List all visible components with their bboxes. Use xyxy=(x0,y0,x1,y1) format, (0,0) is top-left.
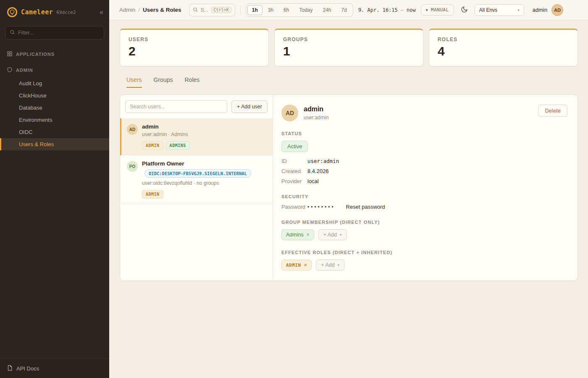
range-today[interactable]: Today xyxy=(294,5,317,15)
role-badge: ADMIN xyxy=(142,190,163,199)
env-selected-value: All Envs xyxy=(479,7,497,13)
stat-value: 2 xyxy=(129,44,260,58)
avatar: AD xyxy=(551,4,563,16)
field-value: local xyxy=(307,178,319,184)
sidebar-filter[interactable] xyxy=(5,26,104,39)
range-1h[interactable]: 1h xyxy=(247,5,262,15)
detail-user-id: user:admin xyxy=(304,115,328,121)
role-chips: ADMIN × + Add ▾ xyxy=(281,260,567,270)
field-label: Created xyxy=(281,168,307,174)
tab-groups[interactable]: Groups xyxy=(154,76,173,88)
avatar: AD xyxy=(281,105,298,121)
breadcrumb-separator: / xyxy=(138,7,140,13)
range-6h[interactable]: 6h xyxy=(279,5,294,15)
remove-icon[interactable]: × xyxy=(307,232,310,238)
avatar: AD xyxy=(127,124,138,135)
range-7d[interactable]: 7d xyxy=(337,5,352,15)
chip-label: ADMIN xyxy=(286,262,301,268)
tab-roles[interactable]: Roles xyxy=(184,76,200,88)
sidebar-item-clickhouse[interactable]: ClickHouse xyxy=(0,89,109,102)
sidebar-collapse-icon[interactable]: « xyxy=(100,9,103,16)
chevron-down-icon: ▾ xyxy=(517,8,520,12)
reset-password-link[interactable]: Reset password xyxy=(346,204,385,210)
section-label: APPLICATIONS xyxy=(16,52,55,57)
field-label: Provider xyxy=(281,178,307,184)
user-item-body: admin user:admin · Admins ADMIN ADMINS xyxy=(142,123,190,150)
group-chip-admins[interactable]: Admins × xyxy=(281,229,314,240)
remove-icon[interactable]: × xyxy=(304,262,307,268)
search-icon xyxy=(10,29,15,37)
sidebar-filter-input[interactable] xyxy=(18,30,100,36)
add-role-button[interactable]: + Add ▾ xyxy=(316,260,344,270)
stat-value: 1 xyxy=(283,44,415,58)
build-id: 69dcce2 xyxy=(56,10,76,15)
document-icon xyxy=(7,365,13,372)
sidebar-item-oidc[interactable]: OIDC xyxy=(0,126,109,138)
avatar: PO xyxy=(127,161,138,172)
role-chip-admin[interactable]: ADMIN × xyxy=(281,260,312,270)
section-label: ADMIN xyxy=(16,68,33,73)
list-item-admin[interactable]: AD admin user:admin · Admins ADMIN ADMIN… xyxy=(120,118,273,155)
dark-mode-toggle[interactable] xyxy=(459,4,470,16)
main-column: Admin / Users & Roles S... Ctrl+K 1h 3h … xyxy=(109,0,588,378)
logo-icon xyxy=(7,7,18,18)
sidebar-item-users-roles[interactable]: Users & Roles xyxy=(0,138,109,150)
refresh-mode-label: MANUAL xyxy=(431,7,449,13)
field-value: user:admin xyxy=(307,158,339,164)
user-meta: user:admin · Admins xyxy=(142,131,190,137)
add-user-button[interactable]: + Add user xyxy=(231,100,268,113)
security-heading: SECURITY xyxy=(281,194,567,199)
topbar: Admin / Users & Roles S... Ctrl+K 1h 3h … xyxy=(109,0,588,20)
sidebar-section-applications[interactable]: APPLICATIONS xyxy=(0,47,109,61)
stats-row: USERS 2 GROUPS 1 ROLES 4 xyxy=(120,29,578,66)
tab-users[interactable]: Users xyxy=(126,76,142,88)
user-list-toolbar: + Add user xyxy=(120,95,273,118)
field-value: 8.4.2026 xyxy=(307,168,329,174)
shortcut-badge: Ctrl+K xyxy=(211,7,231,13)
stat-label: ROLES xyxy=(438,37,569,42)
delete-user-button[interactable]: Delete xyxy=(538,105,567,117)
time-to: now xyxy=(407,7,416,13)
stat-card-roles: ROLES 4 xyxy=(429,29,578,66)
detail-fields: ID user:admin Created 8.4.2026 Provider … xyxy=(281,158,567,184)
time-separator: — xyxy=(401,7,404,13)
chevron-down-icon: ▾ xyxy=(338,263,340,267)
env-selector[interactable]: All Envs ▾ xyxy=(475,4,524,16)
stat-value: 4 xyxy=(438,44,569,58)
field-created: Created 8.4.2026 xyxy=(281,168,567,174)
sidebar-nav: APPLICATIONS ADMIN Audit Log ClickHouse … xyxy=(0,45,109,359)
refresh-mode-button[interactable]: ● MANUAL xyxy=(421,4,454,16)
sidebar-item-database[interactable]: Database xyxy=(0,102,109,114)
user-list: + Add user AD admin user:admin · Admins … xyxy=(120,95,273,281)
range-24h[interactable]: 24h xyxy=(318,5,336,15)
shield-icon xyxy=(7,67,13,74)
sidebar-item-audit-log[interactable]: Audit Log xyxy=(0,77,109,89)
oidc-badge: OIDC:DESKTOP-FB5VGJ9.SIEGELN.INTERNAL xyxy=(144,169,251,178)
logo[interactable]: Cameleer 69dcce2 « xyxy=(0,0,109,24)
field-provider: Provider local xyxy=(281,178,567,184)
api-docs-link[interactable]: API Docs xyxy=(0,359,109,378)
password-mask: •••••••• xyxy=(307,204,335,210)
sidebar-section-admin[interactable]: ADMIN xyxy=(0,63,109,77)
role-badge: ADMIN xyxy=(142,141,163,150)
time-range-display[interactable]: 9. Apr. 16:15 — now xyxy=(358,7,416,13)
user-item-body: Platform Owner OIDC:DESKTOP-FB5VGJ9.SIEG… xyxy=(142,160,251,199)
detail-header: AD admin user:admin Delete xyxy=(281,105,567,121)
global-search[interactable]: S... Ctrl+K xyxy=(189,4,235,16)
add-group-button[interactable]: + Add ▾ xyxy=(318,229,347,240)
stat-card-users: USERS 2 xyxy=(120,29,269,66)
range-3h[interactable]: 3h xyxy=(263,5,278,15)
search-users-input[interactable] xyxy=(125,100,227,113)
breadcrumb-admin[interactable]: Admin xyxy=(119,7,135,13)
sidebar-item-environments[interactable]: Environments xyxy=(0,114,109,126)
users-panel: + Add user AD admin user:admin · Admins … xyxy=(120,94,578,281)
divider xyxy=(240,5,241,15)
user-menu[interactable]: admin AD xyxy=(533,4,563,16)
grid-icon xyxy=(7,51,13,58)
app-title: Cameleer xyxy=(21,8,53,16)
breadcrumb: Admin / Users & Roles xyxy=(119,7,181,13)
group-chips: Admins × + Add ▾ xyxy=(281,229,567,240)
chevron-down-icon: ▾ xyxy=(340,233,342,237)
status-dot-icon: ● xyxy=(426,8,428,12)
list-item-platform-owner[interactable]: PO Platform Owner OIDC:DESKTOP-FB5VGJ9.S… xyxy=(120,155,273,204)
